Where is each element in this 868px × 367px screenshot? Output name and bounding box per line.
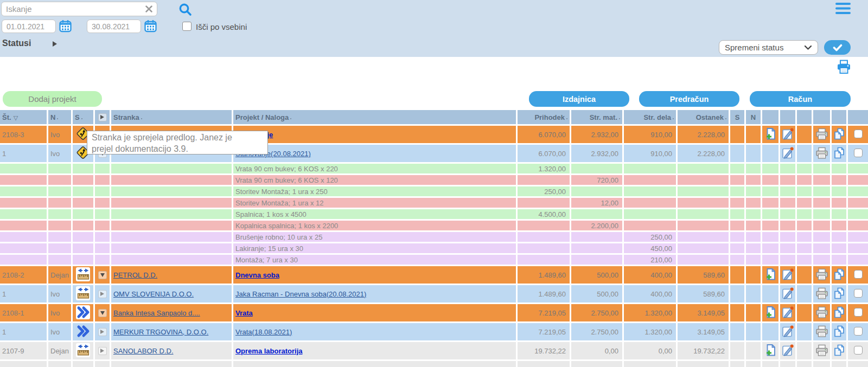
search-content-checkbox[interactable] xyxy=(182,22,192,31)
add-document-icon[interactable] xyxy=(764,306,777,319)
projekt-link[interactable]: Vrata(18.08.2021) xyxy=(235,328,292,336)
edit-icon[interactable] xyxy=(781,146,794,159)
edit-icon[interactable] xyxy=(781,344,794,357)
search-placeholder: Iskanje xyxy=(6,4,145,14)
edit-icon[interactable] xyxy=(781,287,794,300)
expand-row-button[interactable] xyxy=(98,328,107,336)
str-dela-value: 910,00 xyxy=(624,126,676,143)
collapse-row-button[interactable] xyxy=(98,309,107,317)
header-n[interactable]: N xyxy=(48,110,71,124)
copy-icon[interactable] xyxy=(833,146,846,159)
row-checkbox[interactable] xyxy=(854,327,863,336)
row-checkbox[interactable] xyxy=(854,346,863,355)
project-row: 2107-9DejanSANOLABOR D.D.Oprema laborato… xyxy=(0,342,868,359)
print-all-icon[interactable] xyxy=(837,60,851,74)
str-dela-value: 1.320,00 xyxy=(624,304,676,321)
add-document-icon[interactable] xyxy=(764,344,777,357)
owner: Ivo xyxy=(48,304,71,321)
header-expand[interactable] xyxy=(95,110,110,124)
print-icon[interactable] xyxy=(815,146,829,159)
expand-row-button[interactable] xyxy=(98,347,107,355)
projekt-link[interactable]: Vrata xyxy=(235,309,253,317)
str-mat-value: 2.750,00 xyxy=(571,304,622,321)
stranka-link[interactable]: SANOLABOR D.D. xyxy=(113,347,174,355)
header-prihodek[interactable]: Prihodek xyxy=(518,110,570,124)
predracun-button[interactable]: Predračun xyxy=(639,91,739,107)
row-checkbox[interactable] xyxy=(854,130,863,138)
racun-button[interactable]: Račun xyxy=(750,91,851,107)
arrow-right-icon xyxy=(53,41,57,47)
collapse-row-button[interactable] xyxy=(98,271,107,279)
edit-icon[interactable] xyxy=(781,325,794,338)
header-s[interactable]: S xyxy=(73,110,93,124)
expand-row-button[interactable] xyxy=(98,290,107,298)
apply-status-button[interactable] xyxy=(824,40,851,55)
row-checkbox[interactable] xyxy=(854,270,863,279)
project-row: 2108-1IvoBanka Intesa Sanpaolo d....Vrat… xyxy=(0,304,868,321)
projekt-link[interactable]: Jaka Racman - Dnevna soba(20.08.2021) xyxy=(235,290,366,298)
calendar-to-icon[interactable] xyxy=(144,20,157,33)
str-dela-value xyxy=(624,361,676,367)
copy-icon[interactable] xyxy=(833,268,846,281)
copy-icon[interactable] xyxy=(833,325,846,338)
copy-icon[interactable] xyxy=(833,306,846,319)
header-s2[interactable]: S xyxy=(730,110,744,124)
edit-icon[interactable] xyxy=(781,306,794,319)
detail-value: 1.320,00 xyxy=(518,164,570,173)
prihodek-value: 7.219,05 xyxy=(518,323,570,340)
stranka-link[interactable]: OMV SLOVENIJA D.O.O. xyxy=(113,290,194,298)
header-st[interactable]: Št.▽ xyxy=(0,110,47,124)
stranka-link[interactable]: Banka Intesa Sanpaolo d.... xyxy=(113,309,200,317)
double-chevron-icon xyxy=(76,306,90,319)
print-icon[interactable] xyxy=(815,325,829,338)
print-icon[interactable] xyxy=(815,306,829,319)
owner: Dejan xyxy=(48,266,71,284)
date-from-input[interactable]: 01.01.2021 xyxy=(2,20,56,33)
calendar-from-icon[interactable] xyxy=(59,20,72,33)
header-n2[interactable]: N xyxy=(746,110,761,124)
copy-icon[interactable] xyxy=(833,344,846,357)
add-document-icon[interactable] xyxy=(764,268,777,281)
stranka-link[interactable]: PETROL D.D. xyxy=(113,271,157,279)
add-project-button[interactable]: Dodaj projekt xyxy=(3,91,102,107)
detail-row: Storitev Montaža; 1 ura x 250250,00 xyxy=(0,186,868,196)
stranka-link[interactable]: MERKUR TRGOVINA, D.O.O. xyxy=(113,328,208,336)
row-checkbox[interactable] xyxy=(854,149,863,157)
str-mat-value: 0,00 xyxy=(571,342,622,359)
menu-icon[interactable] xyxy=(835,3,851,15)
print-icon[interactable] xyxy=(815,287,829,300)
edit-icon[interactable] xyxy=(781,268,794,281)
detail-value: 210,00 xyxy=(624,255,676,265)
izdajnica-button[interactable]: Izdajnica xyxy=(529,91,629,107)
date-to-input[interactable]: 30.08.2021 xyxy=(87,20,141,33)
ostanek-value: 19.732,22 xyxy=(678,342,729,359)
search-icon[interactable] xyxy=(178,2,193,17)
change-status-select[interactable]: Spremeni status xyxy=(719,40,818,55)
print-icon[interactable] xyxy=(815,127,829,140)
edit-icon[interactable] xyxy=(781,127,794,140)
copy-icon[interactable] xyxy=(833,127,846,140)
copy-icon[interactable] xyxy=(833,287,846,300)
ostanek-value: 589,60 xyxy=(678,266,729,284)
header-str-dela[interactable]: Str. dela xyxy=(624,110,676,124)
statusi-expand-button[interactable] xyxy=(50,40,59,48)
print-icon[interactable] xyxy=(815,344,829,357)
project-number: 2107-9 xyxy=(0,342,47,359)
header-ostanek[interactable]: Ostanek xyxy=(678,110,729,124)
header-projekt[interactable]: Projekt / Naloga xyxy=(233,110,516,124)
str-mat-value: 500,00 xyxy=(571,266,622,284)
header-str-mat[interactable]: Str. mat. xyxy=(571,110,622,124)
owner: Ivo xyxy=(48,145,71,162)
clear-search-icon[interactable] xyxy=(145,5,152,12)
row-checkbox[interactable] xyxy=(854,289,863,298)
header-stranka[interactable]: Stranka xyxy=(111,110,232,124)
triangle-right-icon xyxy=(100,292,104,296)
search-input[interactable]: Iskanje xyxy=(1,2,157,16)
projekt-link[interactable]: Oprema laboratorija xyxy=(235,347,303,355)
add-document-icon[interactable] xyxy=(764,127,777,140)
print-icon[interactable] xyxy=(815,268,829,281)
search-content-label: Išči po vsebini xyxy=(196,22,247,31)
projekt-link[interactable]: Dnevna soba xyxy=(235,271,279,279)
row-checkbox[interactable] xyxy=(854,308,863,317)
measure-icon xyxy=(76,286,90,300)
